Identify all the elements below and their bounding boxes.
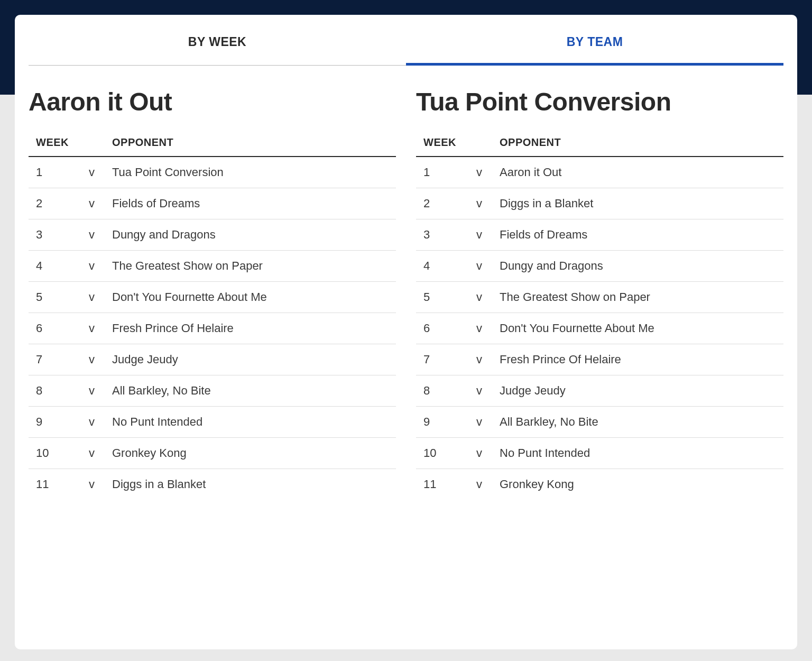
week-cell: 8	[416, 375, 469, 407]
schedule-body-0: 1vTua Point Conversion2vFields of Dreams…	[29, 157, 396, 500]
versus-cell: v	[469, 407, 492, 438]
table-row: 1vAaron it Out	[416, 157, 783, 188]
team-title: Aaron it Out	[29, 89, 396, 115]
week-cell: 3	[29, 219, 81, 251]
opponent-cell: All Barkley, No Bite	[492, 407, 783, 438]
opponent-cell: Fields of Dreams	[105, 188, 396, 219]
opponent-cell: Aaron it Out	[492, 157, 783, 188]
opponent-cell: Gronkey Kong	[105, 438, 396, 469]
opponent-cell: Judge Jeudy	[105, 344, 396, 375]
opponent-cell: The Greatest Show on Paper	[105, 251, 396, 282]
week-cell: 4	[29, 251, 81, 282]
week-cell: 3	[416, 219, 469, 251]
col-header-week: WEEK	[29, 131, 81, 157]
opponent-cell: Gronkey Kong	[492, 469, 783, 500]
table-row: 5vDon't You Fournette About Me	[29, 282, 396, 313]
versus-cell: v	[81, 188, 105, 219]
versus-cell: v	[81, 251, 105, 282]
week-cell: 5	[29, 282, 81, 313]
table-row: 6vFresh Prince Of Helaire	[29, 313, 396, 344]
table-row: 2vFields of Dreams	[29, 188, 396, 219]
table-row: 1vTua Point Conversion	[29, 157, 396, 188]
opponent-cell: All Barkley, No Bite	[105, 375, 396, 407]
table-row: 4vDungy and Dragons	[416, 251, 783, 282]
opponent-cell: Tua Point Conversion	[105, 157, 396, 188]
col-header-week: WEEK	[416, 131, 469, 157]
table-row: 5vThe Greatest Show on Paper	[416, 282, 783, 313]
opponent-cell: Judge Jeudy	[492, 375, 783, 407]
table-row: 11vDiggs in a Blanket	[29, 469, 396, 500]
versus-cell: v	[469, 219, 492, 251]
versus-cell: v	[469, 188, 492, 219]
schedule-body-1: 1vAaron it Out2vDiggs in a Blanket3vFiel…	[416, 157, 783, 500]
table-row: 3vDungy and Dragons	[29, 219, 396, 251]
versus-cell: v	[469, 251, 492, 282]
table-row: 11vGronkey Kong	[416, 469, 783, 500]
week-cell: 7	[29, 344, 81, 375]
table-row: 10vNo Punt Intended	[416, 438, 783, 469]
week-cell: 5	[416, 282, 469, 313]
versus-cell: v	[81, 438, 105, 469]
week-cell: 1	[416, 157, 469, 188]
opponent-cell: Diggs in a Blanket	[492, 188, 783, 219]
team-title: Tua Point Conversion	[416, 89, 783, 115]
versus-cell: v	[81, 469, 105, 500]
versus-cell: v	[81, 344, 105, 375]
versus-cell: v	[81, 407, 105, 438]
week-cell: 11	[416, 469, 469, 500]
week-cell: 2	[416, 188, 469, 219]
week-cell: 6	[29, 313, 81, 344]
versus-cell: v	[81, 313, 105, 344]
week-cell: 7	[416, 344, 469, 375]
week-cell: 6	[416, 313, 469, 344]
week-cell: 10	[416, 438, 469, 469]
col-header-vs	[469, 131, 492, 157]
opponent-cell: Diggs in a Blanket	[105, 469, 396, 500]
week-cell: 1	[29, 157, 81, 188]
week-cell: 10	[29, 438, 81, 469]
table-row: 2vDiggs in a Blanket	[416, 188, 783, 219]
opponent-cell: Fresh Prince Of Helaire	[105, 313, 396, 344]
schedule-card: BY WEEK BY TEAM Aaron it Out WEEK OPPONE…	[15, 15, 797, 649]
schedule-table: WEEK OPPONENT 1vAaron it Out2vDiggs in a…	[416, 131, 783, 500]
opponent-cell: Dungy and Dragons	[105, 219, 396, 251]
table-row: 7vJudge Jeudy	[29, 344, 396, 375]
table-row: 8vAll Barkley, No Bite	[29, 375, 396, 407]
table-row: 7vFresh Prince Of Helaire	[416, 344, 783, 375]
versus-cell: v	[81, 219, 105, 251]
versus-cell: v	[469, 469, 492, 500]
schedule-table: WEEK OPPONENT 1vTua Point Conversion2vFi…	[29, 131, 396, 500]
table-row: 8vJudge Jeudy	[416, 375, 783, 407]
week-cell: 11	[29, 469, 81, 500]
opponent-cell: Fresh Prince Of Helaire	[492, 344, 783, 375]
versus-cell: v	[81, 282, 105, 313]
col-header-opponent: OPPONENT	[492, 131, 783, 157]
tab-by-week[interactable]: BY WEEK	[29, 15, 406, 66]
team-column-1: Tua Point Conversion WEEK OPPONENT 1vAar…	[416, 89, 783, 500]
team-column-0: Aaron it Out WEEK OPPONENT 1vTua Point C…	[29, 89, 396, 500]
week-cell: 4	[416, 251, 469, 282]
versus-cell: v	[81, 157, 105, 188]
versus-cell: v	[469, 375, 492, 407]
col-header-vs	[81, 131, 105, 157]
tab-by-team[interactable]: BY TEAM	[406, 15, 783, 66]
week-cell: 8	[29, 375, 81, 407]
opponent-cell: No Punt Intended	[105, 407, 396, 438]
opponent-cell: The Greatest Show on Paper	[492, 282, 783, 313]
table-row: 9vAll Barkley, No Bite	[416, 407, 783, 438]
table-row: 3vFields of Dreams	[416, 219, 783, 251]
table-row: 9vNo Punt Intended	[29, 407, 396, 438]
opponent-cell: No Punt Intended	[492, 438, 783, 469]
versus-cell: v	[81, 375, 105, 407]
table-row: 4vThe Greatest Show on Paper	[29, 251, 396, 282]
opponent-cell: Fields of Dreams	[492, 219, 783, 251]
opponent-cell: Don't You Fournette About Me	[105, 282, 396, 313]
week-cell: 9	[416, 407, 469, 438]
view-tabs: BY WEEK BY TEAM	[15, 15, 797, 66]
week-cell: 9	[29, 407, 81, 438]
team-columns: Aaron it Out WEEK OPPONENT 1vTua Point C…	[15, 66, 797, 500]
week-cell: 2	[29, 188, 81, 219]
table-row: 6vDon't You Fournette About Me	[416, 313, 783, 344]
table-row: 10vGronkey Kong	[29, 438, 396, 469]
versus-cell: v	[469, 157, 492, 188]
